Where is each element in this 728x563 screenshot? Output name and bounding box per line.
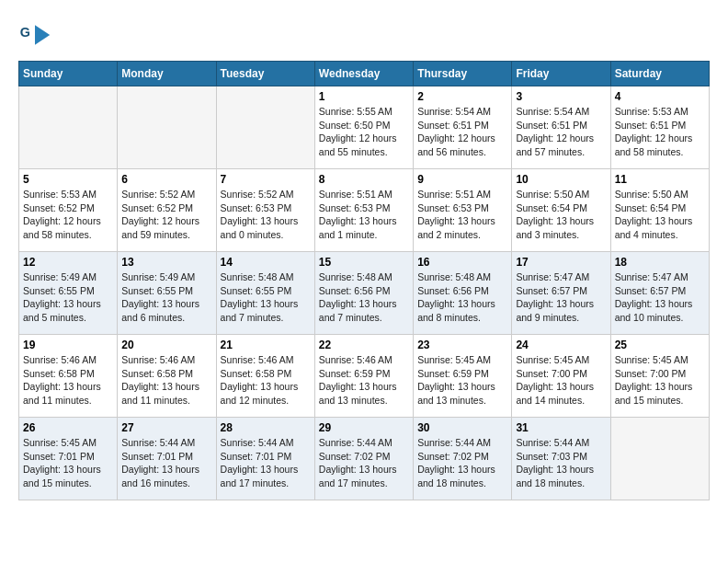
day-number: 5 <box>23 173 113 186</box>
day-info: Sunrise: 5:54 AM Sunset: 6:51 PM Dayligh… <box>417 105 507 159</box>
day-info: Sunrise: 5:53 AM Sunset: 6:51 PM Dayligh… <box>615 105 705 159</box>
day-info: Sunrise: 5:48 AM Sunset: 6:56 PM Dayligh… <box>417 270 507 325</box>
day-number: 28 <box>221 421 311 434</box>
day-info: Sunrise: 5:46 AM Sunset: 6:58 PM Dayligh… <box>121 353 211 408</box>
day-info: Sunrise: 5:51 AM Sunset: 6:53 PM Dayligh… <box>319 188 409 242</box>
calendar-day-cell: 1Sunrise: 5:55 AM Sunset: 6:50 PM Daylig… <box>314 86 413 169</box>
day-number: 10 <box>516 173 606 186</box>
day-info: Sunrise: 5:52 AM Sunset: 6:52 PM Dayligh… <box>121 188 211 242</box>
calendar-day-cell: 14Sunrise: 5:48 AM Sunset: 6:55 PM Dayli… <box>216 252 314 335</box>
calendar-day-cell: 6Sunrise: 5:52 AM Sunset: 6:52 PM Daylig… <box>118 169 216 252</box>
calendar-day-cell: 13Sunrise: 5:49 AM Sunset: 6:55 PM Dayli… <box>118 252 216 335</box>
day-header-thursday: Thursday <box>414 62 512 86</box>
day-header-sunday: Sunday <box>19 62 118 86</box>
day-info: Sunrise: 5:45 AM Sunset: 6:59 PM Dayligh… <box>417 353 507 408</box>
day-info: Sunrise: 5:49 AM Sunset: 6:55 PM Dayligh… <box>23 270 113 325</box>
day-info: Sunrise: 5:47 AM Sunset: 6:57 PM Dayligh… <box>615 270 705 325</box>
day-number: 4 <box>615 90 705 103</box>
day-number: 26 <box>23 421 113 434</box>
calendar-day-cell <box>610 418 709 500</box>
calendar-week-row: 1Sunrise: 5:55 AM Sunset: 6:50 PM Daylig… <box>19 86 710 169</box>
day-number: 21 <box>221 339 311 351</box>
calendar-day-cell <box>19 86 118 169</box>
day-info: Sunrise: 5:50 AM Sunset: 6:54 PM Dayligh… <box>516 188 606 242</box>
calendar-day-cell <box>118 86 216 169</box>
day-number: 19 <box>23 339 113 351</box>
day-number: 14 <box>221 256 311 269</box>
calendar-day-cell: 29Sunrise: 5:44 AM Sunset: 7:02 PM Dayli… <box>314 418 413 500</box>
day-info: Sunrise: 5:44 AM Sunset: 7:02 PM Dayligh… <box>319 436 409 490</box>
day-info: Sunrise: 5:44 AM Sunset: 7:01 PM Dayligh… <box>121 436 211 490</box>
day-info: Sunrise: 5:45 AM Sunset: 7:00 PM Dayligh… <box>516 353 606 408</box>
logo: G <box>18 18 55 52</box>
calendar-header-row: SundayMondayTuesdayWednesdayThursdayFrid… <box>19 62 710 86</box>
day-number: 31 <box>516 421 606 434</box>
day-number: 27 <box>121 421 211 434</box>
day-number: 12 <box>23 256 113 269</box>
svg-text:G: G <box>20 25 30 40</box>
day-number: 22 <box>319 339 409 351</box>
day-header-friday: Friday <box>512 62 610 86</box>
calendar-day-cell: 10Sunrise: 5:50 AM Sunset: 6:54 PM Dayli… <box>512 169 610 252</box>
day-info: Sunrise: 5:45 AM Sunset: 7:01 PM Dayligh… <box>23 436 113 490</box>
day-number: 2 <box>417 90 507 103</box>
day-info: Sunrise: 5:48 AM Sunset: 6:55 PM Dayligh… <box>221 270 311 325</box>
calendar-day-cell: 30Sunrise: 5:44 AM Sunset: 7:02 PM Dayli… <box>414 418 512 500</box>
calendar-day-cell: 15Sunrise: 5:48 AM Sunset: 6:56 PM Dayli… <box>314 252 413 335</box>
day-header-wednesday: Wednesday <box>314 62 413 86</box>
day-number: 16 <box>417 256 507 269</box>
calendar-day-cell: 27Sunrise: 5:44 AM Sunset: 7:01 PM Dayli… <box>118 418 216 500</box>
day-info: Sunrise: 5:48 AM Sunset: 6:56 PM Dayligh… <box>319 270 409 325</box>
calendar-day-cell: 21Sunrise: 5:46 AM Sunset: 6:58 PM Dayli… <box>216 335 314 418</box>
calendar-day-cell: 24Sunrise: 5:45 AM Sunset: 7:00 PM Dayli… <box>512 335 610 418</box>
day-number: 24 <box>516 339 606 351</box>
calendar-day-cell: 18Sunrise: 5:47 AM Sunset: 6:57 PM Dayli… <box>610 252 709 335</box>
calendar-day-cell: 9Sunrise: 5:51 AM Sunset: 6:53 PM Daylig… <box>414 169 512 252</box>
day-number: 25 <box>615 339 705 351</box>
calendar-day-cell: 3Sunrise: 5:54 AM Sunset: 6:51 PM Daylig… <box>512 86 610 169</box>
calendar-day-cell: 5Sunrise: 5:53 AM Sunset: 6:52 PM Daylig… <box>19 169 118 252</box>
day-info: Sunrise: 5:47 AM Sunset: 6:57 PM Dayligh… <box>516 270 606 325</box>
day-number: 23 <box>417 339 507 351</box>
calendar-day-cell: 4Sunrise: 5:53 AM Sunset: 6:51 PM Daylig… <box>610 86 709 169</box>
logo-icon: G <box>18 18 51 52</box>
calendar-day-cell: 17Sunrise: 5:47 AM Sunset: 6:57 PM Dayli… <box>512 252 610 335</box>
calendar-day-cell: 7Sunrise: 5:52 AM Sunset: 6:53 PM Daylig… <box>216 169 314 252</box>
calendar-day-cell: 23Sunrise: 5:45 AM Sunset: 6:59 PM Dayli… <box>414 335 512 418</box>
day-header-saturday: Saturday <box>610 62 709 86</box>
day-number: 18 <box>615 256 705 269</box>
calendar-day-cell: 26Sunrise: 5:45 AM Sunset: 7:01 PM Dayli… <box>19 418 118 500</box>
calendar-day-cell: 19Sunrise: 5:46 AM Sunset: 6:58 PM Dayli… <box>19 335 118 418</box>
calendar-week-row: 19Sunrise: 5:46 AM Sunset: 6:58 PM Dayli… <box>19 335 710 418</box>
page-header: G <box>18 18 710 52</box>
day-header-monday: Monday <box>118 62 216 86</box>
day-number: 3 <box>516 90 606 103</box>
day-number: 17 <box>516 256 606 269</box>
day-number: 20 <box>121 339 211 351</box>
calendar-day-cell: 20Sunrise: 5:46 AM Sunset: 6:58 PM Dayli… <box>118 335 216 418</box>
day-number: 8 <box>319 173 409 186</box>
day-number: 15 <box>319 256 409 269</box>
calendar-day-cell: 2Sunrise: 5:54 AM Sunset: 6:51 PM Daylig… <box>414 86 512 169</box>
day-info: Sunrise: 5:44 AM Sunset: 7:02 PM Dayligh… <box>417 436 507 490</box>
day-info: Sunrise: 5:51 AM Sunset: 6:53 PM Dayligh… <box>417 188 507 242</box>
day-info: Sunrise: 5:44 AM Sunset: 7:01 PM Dayligh… <box>221 436 311 490</box>
day-info: Sunrise: 5:52 AM Sunset: 6:53 PM Dayligh… <box>221 188 311 242</box>
day-number: 29 <box>319 421 409 434</box>
day-number: 30 <box>417 421 507 434</box>
day-number: 1 <box>319 90 409 103</box>
day-number: 6 <box>121 173 211 186</box>
calendar-day-cell: 25Sunrise: 5:45 AM Sunset: 7:00 PM Dayli… <box>610 335 709 418</box>
day-header-tuesday: Tuesday <box>216 62 314 86</box>
day-number: 13 <box>121 256 211 269</box>
calendar-day-cell: 31Sunrise: 5:44 AM Sunset: 7:03 PM Dayli… <box>512 418 610 500</box>
day-info: Sunrise: 5:50 AM Sunset: 6:54 PM Dayligh… <box>615 188 705 242</box>
calendar-table: SundayMondayTuesdayWednesdayThursdayFrid… <box>18 61 710 500</box>
day-number: 7 <box>221 173 311 186</box>
day-info: Sunrise: 5:46 AM Sunset: 6:58 PM Dayligh… <box>23 353 113 408</box>
day-info: Sunrise: 5:55 AM Sunset: 6:50 PM Dayligh… <box>319 105 409 159</box>
day-number: 11 <box>615 173 705 186</box>
day-number: 9 <box>417 173 507 186</box>
calendar-day-cell <box>216 86 314 169</box>
day-info: Sunrise: 5:45 AM Sunset: 7:00 PM Dayligh… <box>615 353 705 408</box>
